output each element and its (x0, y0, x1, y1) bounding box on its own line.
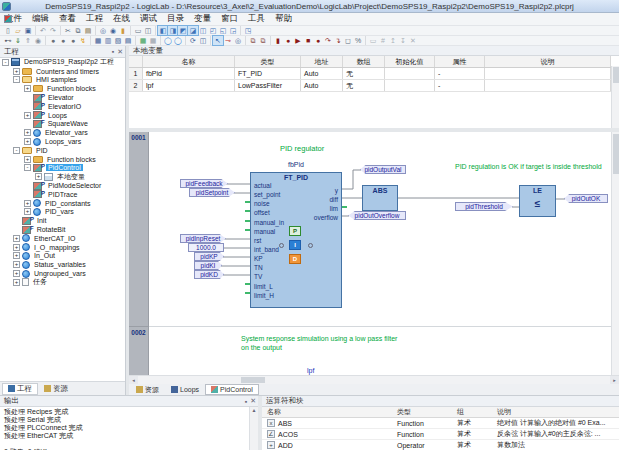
vars-grid-column-header[interactable]: 类型 (235, 56, 301, 67)
var-init-cell[interactable] (385, 68, 435, 79)
fb-input-pin[interactable]: limit_L (254, 282, 284, 291)
tree-item-label[interactable]: Init (35, 217, 48, 224)
tree-item[interactable]: + P Loops (0, 111, 125, 120)
tree-item-label[interactable]: RotateBit (35, 226, 68, 233)
select-pointer-icon[interactable]: ↖ (213, 36, 223, 45)
network-number[interactable]: 0002 (129, 329, 148, 336)
tree-item-label[interactable]: I_O_mappings (32, 244, 82, 251)
tree-expander-icon[interactable]: - (24, 164, 31, 171)
toolbar-icon[interactable] (33, 26, 38, 35)
tree-expander-icon[interactable] (24, 182, 31, 189)
view-source-window-icon[interactable]: ◫ (198, 26, 208, 35)
tree-item[interactable]: + Function blocks (0, 84, 125, 93)
menu-window[interactable]: 窗口 (216, 13, 243, 25)
zoom-icon[interactable]: ◎ (233, 36, 243, 45)
tree-item-label[interactable]: Counters and timers (34, 68, 101, 75)
tree-item[interactable]: P ElevatorIO (0, 102, 125, 111)
var-array-cell[interactable]: 无 (343, 68, 385, 79)
tree-item-label[interactable]: PID_vars (43, 208, 76, 215)
tree-item-label[interactable]: DemoSPS19_Raspi2p2 工程 (22, 58, 116, 67)
copy-icon[interactable]: ⧉ (73, 26, 83, 35)
var-name-cell[interactable]: lpf (143, 80, 235, 91)
close-icon[interactable]: ✕ (117, 48, 123, 56)
download-code-icon[interactable]: ⇓ (13, 36, 23, 45)
tree-expander-icon[interactable]: - (2, 59, 9, 66)
operator-row[interactable]: x ABS Function 算术 绝对值 计算输入的绝对值 #0 Exa... (262, 418, 619, 429)
operator-row[interactable]: ∠ ACOS Function 算术 反余弦 计算输入#0的主反余弦: ... (262, 429, 619, 440)
fb-input-pin[interactable]: offset (254, 208, 284, 217)
toolbar-icon[interactable] (238, 26, 243, 35)
io-mapping-icon[interactable]: ▧ (113, 36, 123, 45)
toolbar-icon[interactable] (363, 36, 368, 45)
tree-item-label[interactable]: Loops (46, 112, 69, 119)
close-icon[interactable]: ✕ (250, 397, 256, 405)
tree-item[interactable]: + PID_constants (0, 199, 125, 208)
trace-page-icon[interactable]: ⧉ (258, 36, 268, 45)
tree-expander-icon[interactable]: + (13, 68, 20, 75)
net-insert-icon[interactable]: # (378, 36, 388, 45)
fbd-input-variable-label[interactable]: pidInpReset (180, 234, 226, 243)
tree-expander-icon[interactable]: + (24, 208, 31, 215)
view-output-window-icon[interactable]: ◨ (168, 26, 178, 35)
debug-start-icon[interactable]: ▮ (273, 36, 283, 45)
tree-item-label[interactable]: Function blocks (45, 85, 98, 92)
oscilloscope-icon[interactable]: ◫ (198, 36, 208, 45)
tree-item[interactable]: + Function blocks (0, 155, 125, 164)
workspace-layout-icon[interactable]: ◳ (243, 26, 253, 35)
toolbar-icon[interactable] (268, 36, 273, 45)
tree-expander-icon[interactable] (24, 191, 31, 198)
vars-grid-column-header[interactable]: 数组 (343, 56, 385, 67)
tree-expander-icon[interactable] (24, 94, 31, 101)
tree-expander-icon[interactable]: + (13, 279, 20, 286)
comment-pid-regulator[interactable]: PID regulator (280, 144, 324, 153)
tab-pidcontrol[interactable]: PidControl (205, 384, 259, 395)
editor-vertical-scrollbar[interactable] (611, 132, 619, 375)
variables-table-icon[interactable]: ▤ (123, 36, 133, 45)
tree-item[interactable]: - HMI samples (0, 76, 125, 85)
tree-item[interactable]: + Elevator_vars (0, 128, 125, 137)
abs-block[interactable]: ABS (362, 185, 398, 211)
build-check-icon[interactable]: ● (68, 36, 78, 45)
tree-item-label[interactable]: Function blocks (45, 156, 98, 163)
module-view-icon[interactable]: ▥ (103, 36, 113, 45)
operators-column-header[interactable]: 说明 (492, 407, 619, 417)
tree-expander-icon[interactable]: + (24, 138, 31, 145)
tab-loops[interactable]: Loops (165, 384, 205, 395)
menu-view[interactable]: 查看 (54, 13, 81, 25)
menu-catalog[interactable]: 目录 (162, 13, 189, 25)
toolbar-icon[interactable] (58, 26, 63, 35)
tree-item-label[interactable]: PID (34, 147, 50, 154)
open-file-icon[interactable]: ▱ (13, 26, 23, 35)
fbd-output-variable-label[interactable]: pidOutOK (564, 194, 608, 203)
var-type-cell[interactable]: FT_PID (235, 68, 301, 79)
redo-icon[interactable]: ↷ (48, 26, 58, 35)
tree-item[interactable]: + In_Out (0, 252, 125, 261)
toolbar-icon[interactable] (243, 36, 248, 45)
fbd-input-variable-label[interactable]: pidFeedback (180, 179, 228, 188)
toolbar-icon[interactable] (88, 36, 93, 45)
tree-item-label[interactable]: SquareWave (46, 120, 90, 127)
tree-expander-icon[interactable]: + (13, 270, 20, 277)
tree-item-label[interactable]: Status_variables (32, 261, 88, 268)
var-init-cell[interactable] (385, 80, 435, 91)
tree-item-label[interactable]: ElevatorIO (46, 103, 83, 110)
tree-item-label[interactable]: PIDTrace (46, 191, 79, 198)
operator-name-cell[interactable]: + ADD (262, 440, 392, 450)
comment-threshold[interactable]: PID regulation is OK if target is inside… (455, 163, 602, 170)
output-scrollbar[interactable]: ▲ (249, 407, 258, 450)
fb-output-pin[interactable]: diff (314, 195, 338, 204)
tree-item[interactable]: + 本地变量 (0, 172, 125, 181)
var-name-cell[interactable]: fbPid (143, 68, 235, 79)
vars-grid-column-header[interactable]: 初始化值 (385, 56, 435, 67)
var-type-cell[interactable]: LowPassFilter (235, 80, 301, 91)
connection-mode-icon[interactable]: ⊸ (223, 36, 233, 45)
simulation-icon[interactable]: ◉ (33, 36, 43, 45)
fb-input-pin[interactable]: actual (254, 181, 284, 190)
var-address-cell[interactable]: Auto (301, 68, 343, 79)
print-icon[interactable]: ▭ (133, 26, 143, 35)
tree-expander-icon[interactable]: + (24, 85, 31, 92)
tree-expander-icon[interactable]: + (13, 261, 20, 268)
tree-expander-icon[interactable]: - (13, 147, 20, 154)
var-array-cell[interactable]: 无 (343, 80, 385, 91)
net-up-icon[interactable]: ↥ (388, 36, 398, 45)
